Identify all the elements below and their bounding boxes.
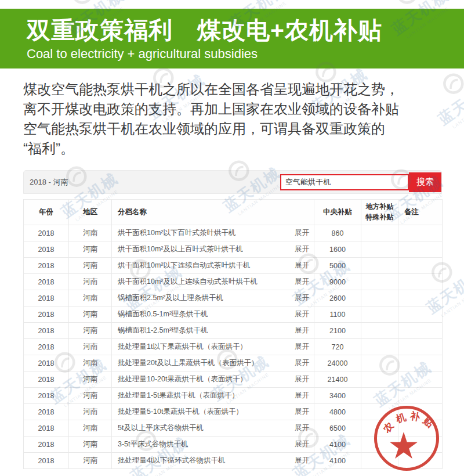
cell-year: 2018: [24, 241, 69, 258]
intro-paragraph: 煤改空气能热泵烘干机之所以在全国各省呈现遍地开花之势， 离不开煤改电政策的支持。…: [23, 80, 444, 158]
cell-region: 河南: [69, 372, 112, 388]
tier-name: 3-5t平床式谷物烘干机: [118, 439, 188, 449]
cell-name: 批处理量4t以下循环式谷物烘干机展开: [112, 453, 314, 469]
cell-region: 河南: [69, 339, 112, 355]
cell-name: 批处理量10-20t果蔬烘干机（表面烘干）展开: [112, 372, 314, 388]
cell-year: 2018: [24, 225, 69, 241]
search-box: 搜索: [280, 170, 441, 194]
cell-local-subsidy: [361, 355, 398, 372]
cell-local-subsidy: [361, 306, 398, 323]
cell-year: 2018: [24, 274, 69, 290]
expand-link[interactable]: 展开: [295, 391, 309, 401]
cell-name: 锅槽面积0.5-1m²理条烘干机展开: [112, 306, 314, 323]
cell-central-subsidy: 3400: [314, 388, 361, 404]
cell-note: [398, 274, 443, 290]
tier-name: 批处理量5-10t果蔬烘干机（表面烘干）: [118, 407, 243, 417]
expand-link[interactable]: 展开: [295, 423, 309, 433]
table-row: 2018河南锅槽面积0.5-1m²理条烘干机展开1100: [24, 306, 443, 323]
intro-line: 煤改空气能热泵烘干机之所以在全国各省呈现遍地开花之势，: [23, 80, 444, 99]
expand-link[interactable]: 展开: [295, 244, 309, 254]
filter-label: 2018 - 河南: [30, 177, 68, 187]
tier-name: 5t及以上平床式谷物烘干机: [118, 423, 204, 433]
expand-link[interactable]: 展开: [295, 342, 309, 352]
cell-region: 河南: [69, 241, 112, 258]
tier-name: 锅槽面积0.5-1m²理条烘干机: [118, 309, 208, 319]
tier-name: 烘干面积10m²以下连续自动式茶叶烘干机: [118, 261, 250, 271]
cell-central-subsidy: 1600: [314, 241, 361, 258]
table-row: 2018河南烘干面积10m²以下连续自动式茶叶烘干机展开5000: [24, 258, 443, 274]
cell-note: [398, 372, 443, 388]
cell-central-subsidy: 4800: [314, 404, 361, 420]
cell-region: 河南: [69, 323, 112, 339]
expand-link[interactable]: 展开: [295, 456, 309, 466]
col-header-region: 地区: [69, 200, 112, 225]
cell-region: 河南: [69, 355, 112, 372]
table-header: 年份 地区 分档名称 中央补贴 地方补贴 特殊补贴 备注: [24, 200, 443, 225]
cell-note: [398, 290, 443, 306]
cell-name: 批处理量5-10t果蔬烘干机（表面烘干）展开: [112, 404, 314, 420]
cell-region: 河南: [69, 225, 112, 241]
cell-central-subsidy: 1100: [314, 306, 361, 323]
cell-year: 2018: [24, 420, 69, 437]
cell-name: 烘干面积10m²以下连续自动式茶叶烘干机展开: [112, 258, 314, 274]
table-row: 2018河南批处理量1-5t果蔬烘干机（表面烘干）展开3400: [24, 388, 443, 404]
tier-name: 批处理量20t及以上果蔬烘干机（表面烘干）: [118, 358, 258, 368]
cell-central-subsidy: 860: [314, 225, 361, 241]
cell-local-subsidy: [361, 225, 398, 241]
cell-region: 河南: [69, 306, 112, 323]
tier-name: 批处理量1-5t果蔬烘干机（表面烘干）: [118, 391, 239, 401]
cell-name: 烘干面积10m²及以上连续自动式茶叶烘干机展开: [112, 274, 314, 290]
cell-central-subsidy: 6500: [314, 420, 361, 437]
cell-note: [398, 225, 443, 241]
cell-year: 2018: [24, 372, 69, 388]
table-row: 2018河南锅槽面积1-2.5m²理条烘干机展开2100: [24, 323, 443, 339]
cell-central-subsidy: 5000: [314, 258, 361, 274]
cell-name: 3-5t平床式谷物烘干机展开: [112, 437, 314, 453]
tier-name: 锅槽面积2.5m²及以上理条烘干机: [118, 293, 223, 303]
expand-link[interactable]: 展开: [295, 326, 309, 336]
col-header-local: 地方补贴 特殊补贴: [361, 200, 398, 225]
intro-line: “福利”。: [23, 139, 444, 158]
col-header-year: 年份: [24, 200, 69, 225]
cell-name: 烘干面积10m²及以上百叶式茶叶烘干机展开: [112, 241, 314, 258]
expand-link[interactable]: 展开: [295, 439, 309, 449]
cell-central-subsidy: 2100: [314, 323, 361, 339]
cell-note: [398, 339, 443, 355]
cell-central-subsidy: 4100: [314, 437, 361, 453]
expand-link[interactable]: 展开: [295, 407, 309, 417]
cell-name: 锅槽面积2.5m²及以上理条烘干机展开: [112, 290, 314, 306]
cell-note: [398, 355, 443, 372]
tier-name: 烘干面积10m²及以上百叶式茶叶烘干机: [118, 244, 243, 254]
expand-link[interactable]: 展开: [295, 277, 309, 287]
expand-link[interactable]: 展开: [295, 309, 309, 319]
cell-year: 2018: [24, 388, 69, 404]
cell-region: 河南: [69, 274, 112, 290]
expand-link[interactable]: 展开: [295, 358, 309, 368]
tier-name: 批处理量1t以下果蔬烘干机（表面烘干）: [118, 342, 247, 352]
search-button[interactable]: 搜索: [409, 172, 441, 192]
search-input[interactable]: [280, 174, 409, 190]
cell-name: 锅槽面积1-2.5m²理条烘干机展开: [112, 323, 314, 339]
table-row: 2018河南烘干面积10m²以下百叶式茶叶烘干机展开860: [24, 225, 443, 241]
filter-bar: 2018 - 河南 搜索: [23, 170, 442, 194]
cell-local-subsidy: [361, 241, 398, 258]
cell-central-subsidy: 21400: [314, 372, 361, 388]
cell-note: [398, 388, 443, 404]
expand-link[interactable]: 展开: [295, 293, 309, 303]
tier-name: 批处理量4t以下循环式谷物烘干机: [118, 456, 225, 466]
cell-name: 批处理量1-5t果蔬烘干机（表面烘干）展开: [112, 388, 314, 404]
col-header-note: 备注: [398, 200, 443, 225]
cell-region: 河南: [69, 290, 112, 306]
intro-line: 空气能热泵烘干机在农业领域的应用，可谓具备双重政策的: [23, 119, 444, 139]
table-row: 2018河南批处理量10-20t果蔬烘干机（表面烘干）展开21400: [24, 372, 443, 388]
cell-name: 批处理量20t及以上果蔬烘干机（表面烘干）展开: [112, 355, 314, 372]
table-row: 2018河南锅槽面积2.5m²及以上理条烘干机展开2600: [24, 290, 443, 306]
expand-link[interactable]: 展开: [295, 374, 309, 384]
cell-local-subsidy: [361, 323, 398, 339]
table-row: 2018河南批处理量20t及以上果蔬烘干机（表面烘干）展开24000: [24, 355, 443, 372]
cell-region: 河南: [69, 437, 112, 453]
expand-link[interactable]: 展开: [295, 261, 309, 271]
expand-link[interactable]: 展开: [295, 228, 309, 238]
cell-local-subsidy: [361, 388, 398, 404]
table-row: 2018河南烘干面积10m²及以上百叶式茶叶烘干机展开1600: [24, 241, 443, 258]
